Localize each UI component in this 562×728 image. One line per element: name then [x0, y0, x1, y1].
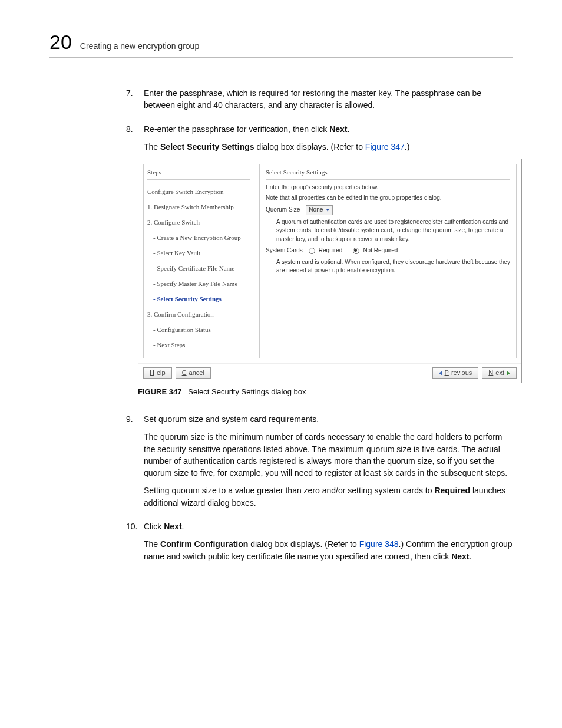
step-text: Setting quorum size to a value greater t… — [144, 485, 513, 509]
panel-title: Select Security Settings — [266, 168, 510, 180]
help-button[interactable]: HHelpelp — [143, 367, 172, 379]
previous-button[interactable]: PreviousPrevious — [432, 367, 479, 379]
steps-panel: Steps Configure Switch Encryption 1. Des… — [143, 164, 254, 358]
text-run: The — [144, 539, 160, 549]
systemcards-description: A system card is optional. When configur… — [266, 258, 510, 275]
step-number: 9. — [126, 413, 144, 515]
text-bold: Select Security Settings — [160, 142, 254, 151]
dialog-footer: HHelpelp CancelCancel PreviousPrevious N… — [138, 363, 521, 383]
intro-text: Note that all properties can be edited i… — [266, 194, 510, 203]
text-run: . — [470, 552, 472, 561]
next-button[interactable]: NextNext — [482, 367, 517, 379]
step-7: 7. Enter the passphrase, which is requir… — [126, 87, 513, 117]
step-subitem: - Next Steps — [147, 338, 250, 353]
step-subitem: - Configuration Status — [147, 322, 250, 338]
radio-label: Not Required — [363, 246, 398, 255]
text-bold: Next — [451, 552, 469, 561]
text-bold: Required — [434, 486, 470, 495]
text-run: The — [144, 142, 160, 151]
panel-title: Steps — [147, 168, 250, 180]
triangle-right-icon — [507, 371, 510, 375]
figure-label: FIGURE 347 — [138, 387, 181, 396]
settings-panel: Select Security Settings Enter the group… — [259, 164, 517, 358]
text-bold: Next — [329, 124, 347, 134]
step-item: 1. Designate Switch Membership — [147, 200, 250, 215]
text-run: . — [182, 522, 184, 531]
radio-label: Required — [319, 246, 343, 255]
body-content: 7. Enter the passphrase, which is requir… — [126, 87, 513, 568]
step-10: 10. Click Next. The Confirm Configuratio… — [126, 521, 513, 568]
step-number: 10. — [126, 521, 144, 568]
step-item: Configure Switch Encryption — [147, 185, 250, 200]
step-9: 9. Set quorum size and system card requi… — [126, 413, 513, 515]
radio-group: Required Not Required — [309, 246, 398, 255]
step-text: Set quorum size and system card requirem… — [144, 413, 513, 425]
step-subitem: - Create a New Encryption Group — [147, 230, 250, 246]
figure-347: Steps Configure Switch Encryption 1. Des… — [138, 159, 522, 398]
text-run: .) — [405, 142, 410, 151]
chapter-title: Creating a new encryption group — [80, 41, 199, 51]
step-subitem-selected: - Select Security Settings — [147, 292, 250, 307]
step-subitem: - Select Key Vault — [147, 246, 250, 261]
step-text: Click Next. — [144, 521, 513, 532]
figure-link[interactable]: Figure 347 — [365, 142, 405, 151]
step-number: 7. — [126, 87, 144, 117]
chapter-number: 20 — [49, 31, 72, 54]
text-run: . — [348, 124, 350, 134]
figure-caption-text: Select Security Settings dialog box — [188, 387, 306, 396]
dialog-box: Steps Configure Switch Encryption 1. Des… — [138, 159, 522, 383]
page-header: 20 Creating a new encryption group — [49, 31, 513, 54]
radio-required[interactable] — [309, 248, 315, 254]
systemcards-row: System Cards Required Not Required — [266, 246, 510, 255]
quorum-description: A quorum of authentication cards are use… — [266, 218, 510, 244]
text-run: dialog box displays. (Refer to — [248, 539, 359, 549]
figure-link[interactable]: Figure 348 — [359, 539, 399, 549]
triangle-left-icon — [439, 371, 442, 375]
step-text: The Confirm Configuration dialog box dis… — [144, 538, 513, 562]
dropdown-value: None — [309, 206, 323, 215]
intro-text: Enter the group's security properties be… — [266, 183, 510, 192]
text-run: Click — [144, 522, 164, 531]
step-text: Enter the passphrase, which is required … — [144, 87, 513, 111]
text-run: Re-enter the passphrase for verification… — [144, 124, 329, 134]
chevron-down-icon: ▼ — [325, 207, 330, 214]
text-run: dialog box displays. (Refer to — [254, 142, 365, 151]
step-subitem: - Specify Master Key File Name — [147, 276, 250, 292]
quorum-row: Quorum Size None ▼ — [266, 205, 510, 215]
step-text: The Select Security Settings dialog box … — [144, 141, 522, 153]
step-text: The quorum size is the minimum number of… — [144, 431, 513, 479]
step-item: 3. Confirm Configuration — [147, 307, 250, 322]
header-rule — [49, 57, 513, 58]
step-subitem: - Specify Certificate File Name — [147, 261, 250, 276]
radio-not-required[interactable] — [353, 248, 359, 254]
text-bold: Confirm Configuration — [160, 539, 248, 549]
step-item: 2. Configure Switch — [147, 215, 250, 230]
quorum-dropdown[interactable]: None ▼ — [306, 205, 333, 215]
text-bold: Next — [164, 522, 181, 531]
step-text: Re-enter the passphrase for verification… — [144, 123, 522, 135]
step-8: 8. Re-enter the passphrase for verificat… — [126, 123, 513, 403]
figure-caption: FIGURE 347 Select Security Settings dial… — [138, 387, 522, 398]
quorum-label: Quorum Size — [266, 206, 300, 215]
text-run: Setting quorum size to a value greater t… — [144, 486, 434, 495]
cancel-button[interactable]: CancelCancel — [176, 367, 211, 379]
systemcards-label: System Cards — [266, 246, 303, 255]
